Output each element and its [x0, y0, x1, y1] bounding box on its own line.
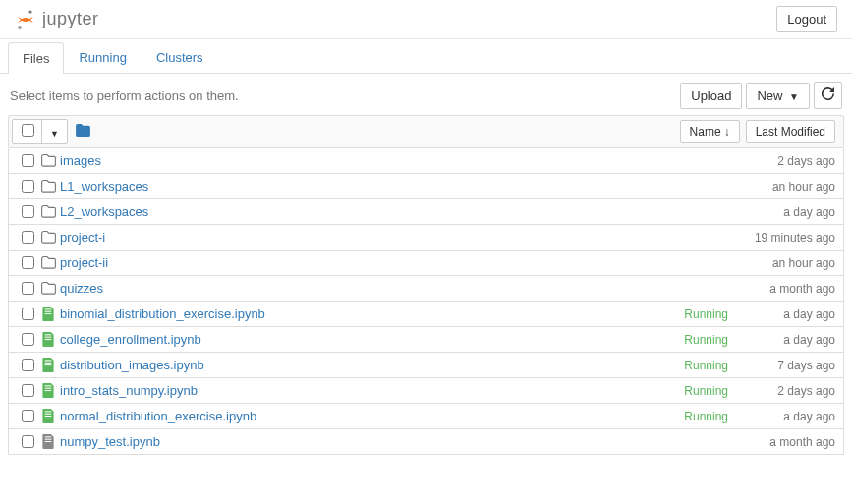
file-link[interactable]: project-ii — [58, 255, 673, 270]
modified-text: a day ago — [742, 333, 835, 347]
folder-icon — [38, 154, 58, 167]
logo[interactable]: jupyter — [15, 9, 99, 30]
row-checkbox[interactable] — [22, 410, 34, 422]
tab-running[interactable]: Running — [64, 41, 141, 73]
tab-files[interactable]: Files — [8, 42, 64, 74]
svg-point-0 — [28, 10, 31, 13]
notebook-icon — [38, 307, 58, 321]
file-row: normal_distribution_exercise.ipynbRunnin… — [8, 404, 844, 429]
svg-rect-6 — [45, 337, 52, 338]
brand-text: jupyter — [42, 9, 99, 29]
select-all-checkbox[interactable] — [22, 124, 34, 137]
row-checkbox[interactable] — [22, 435, 34, 448]
row-checkbox[interactable] — [22, 205, 34, 218]
file-link[interactable]: distribution_images.ipynb — [58, 358, 673, 372]
svg-rect-10 — [45, 364, 52, 365]
new-label: New — [757, 88, 782, 103]
tab-bar: Files Running Clusters — [0, 41, 852, 74]
file-row: binomial_distribution_exercise.ipynbRunn… — [8, 302, 844, 327]
status-text: Running — [673, 384, 742, 398]
instruction-text: Select items to perform actions on them. — [10, 88, 239, 103]
row-checkbox[interactable] — [22, 308, 34, 320]
file-link[interactable]: intro_stats_numpy.ipynb — [58, 383, 673, 398]
row-checkbox[interactable] — [22, 256, 34, 269]
file-link[interactable]: normal_distribution_exercise.ipynb — [58, 409, 673, 423]
notebook-icon — [38, 434, 58, 449]
refresh-icon — [822, 87, 834, 100]
status-text: Running — [673, 333, 742, 347]
file-row: intro_stats_numpy.ipynbRunning2 days ago — [8, 378, 844, 404]
file-row: distribution_images.ipynbRunning7 days a… — [8, 353, 844, 378]
modified-text: 7 days ago — [742, 359, 835, 372]
row-checkbox[interactable] — [22, 359, 34, 371]
folder-icon — [38, 256, 58, 269]
breadcrumb-root[interactable] — [76, 124, 90, 140]
modified-text: a day ago — [742, 205, 835, 219]
file-link[interactable]: binomial_distribution_exercise.ipynb — [58, 307, 673, 321]
folder-icon — [38, 231, 58, 244]
status-text: Running — [673, 308, 742, 321]
row-checkbox[interactable] — [22, 180, 34, 193]
select-all-group: ▼ — [12, 119, 68, 144]
tab-clusters[interactable]: Clusters — [142, 41, 218, 73]
svg-rect-3 — [45, 311, 52, 312]
svg-rect-15 — [45, 414, 52, 415]
svg-rect-14 — [45, 411, 52, 412]
svg-point-1 — [18, 26, 22, 29]
file-row: project-iian hour ago — [8, 251, 844, 276]
svg-rect-13 — [45, 390, 52, 391]
logout-button[interactable]: Logout — [776, 6, 837, 32]
row-checkbox[interactable] — [22, 282, 34, 295]
file-list: images2 days agoL1_workspacesan hour ago… — [8, 148, 844, 455]
refresh-button[interactable] — [814, 82, 842, 109]
caret-down-icon: ▼ — [789, 91, 799, 102]
row-checkbox[interactable] — [22, 231, 34, 244]
caret-down-icon: ▼ — [50, 129, 59, 139]
modified-text: an hour ago — [742, 256, 835, 270]
sort-name-button[interactable]: Name ↓ — [680, 120, 740, 143]
status-text: Running — [673, 359, 742, 372]
svg-rect-16 — [45, 416, 52, 417]
file-link[interactable]: L1_workspaces — [58, 179, 673, 194]
modified-text: 2 days ago — [742, 384, 835, 398]
file-link[interactable]: numpy_test.ipynb — [58, 434, 673, 449]
file-link[interactable]: quizzes — [58, 281, 673, 296]
sort-name-label: Name — [690, 125, 721, 139]
file-row: L2_workspacesa day ago — [8, 199, 844, 225]
folder-icon — [38, 205, 58, 218]
file-link[interactable]: images — [58, 153, 673, 168]
file-row: images2 days ago — [8, 148, 844, 174]
svg-rect-17 — [45, 436, 52, 437]
svg-rect-8 — [45, 360, 52, 361]
modified-text: a day ago — [742, 308, 835, 321]
svg-rect-2 — [45, 308, 52, 309]
sort-modified-label: Last Modified — [756, 125, 825, 139]
row-checkbox[interactable] — [22, 384, 34, 397]
jupyter-icon — [15, 9, 36, 30]
notebook-icon — [38, 409, 58, 423]
file-row: college_enrollment.ipynbRunninga day ago — [8, 327, 844, 353]
row-checkbox[interactable] — [22, 333, 34, 346]
folder-icon — [38, 282, 58, 295]
upload-button[interactable]: Upload — [680, 83, 742, 109]
new-button[interactable]: New ▼ — [746, 83, 810, 109]
notebook-icon — [38, 332, 58, 347]
svg-rect-4 — [45, 313, 52, 314]
file-row: L1_workspacesan hour ago — [8, 174, 844, 199]
file-row: numpy_test.ipynba month ago — [8, 429, 844, 455]
notebook-icon — [38, 358, 58, 372]
file-link[interactable]: college_enrollment.ipynb — [58, 332, 673, 347]
modified-text: 2 days ago — [742, 154, 835, 168]
svg-rect-5 — [45, 334, 52, 335]
file-link[interactable]: project-i — [58, 230, 673, 245]
svg-rect-11 — [45, 385, 52, 386]
select-dropdown[interactable]: ▼ — [42, 121, 67, 143]
modified-text: a day ago — [742, 410, 835, 423]
modified-text: a month ago — [742, 435, 835, 449]
row-checkbox[interactable] — [22, 154, 34, 167]
svg-rect-18 — [45, 439, 52, 440]
sort-modified-button[interactable]: Last Modified — [746, 120, 835, 143]
folder-icon — [38, 180, 58, 193]
modified-text: 19 minutes ago — [742, 231, 835, 245]
file-link[interactable]: L2_workspaces — [58, 204, 673, 219]
